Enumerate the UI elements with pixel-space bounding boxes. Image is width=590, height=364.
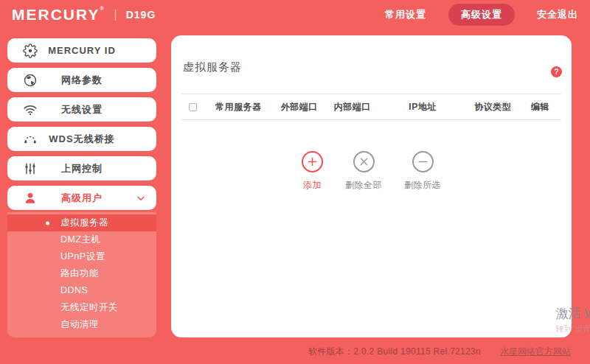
delete-all-button-label: 删除全部 <box>345 179 382 192</box>
logo-divider: | <box>114 8 117 21</box>
submenu-item-auto-cleanup[interactable]: 自动清理 <box>7 316 156 333</box>
column-header-edit: 编辑 <box>519 101 561 113</box>
column-header-ip-address: IP地址 <box>379 101 466 113</box>
firmware-version: 软件版本：2.0.2 Build 190115 Rel.72123n <box>308 346 481 358</box>
model-number: D19G <box>126 9 156 21</box>
submenu-item-label: UPnP设置 <box>60 251 105 262</box>
virtual-server-table: 常用服务器 外部端口 内部端口 IP地址 协议类型 编辑 <box>181 94 561 120</box>
registered-mark: ® <box>100 6 105 11</box>
nav-advanced-settings[interactable]: 高级设置 <box>448 4 515 26</box>
official-site-link[interactable]: 水星网络官方网站 <box>500 346 571 358</box>
top-nav: 常用设置 高级设置 安全退出 <box>385 4 578 26</box>
submenu-item-ddns[interactable]: DDNS <box>7 282 156 299</box>
submenu-item-label: 自动清理 <box>60 319 99 329</box>
sidebar-item-wds-bridge[interactable]: WDS无线桥接 <box>7 127 156 151</box>
submenu-item-label: DDNS <box>60 285 88 295</box>
wifi-icon <box>23 102 38 117</box>
globe-icon <box>23 73 38 88</box>
mercury-logo: MERCURY® <box>12 6 105 24</box>
select-all-cell <box>181 102 204 112</box>
column-header-internal-port: 内部端口 <box>326 101 379 113</box>
submenu-item-wireless-schedule[interactable]: 无线定时开关 <box>7 299 156 316</box>
submenu-item-virtual-server[interactable]: 虚拟服务器 <box>7 214 156 231</box>
bullet-icon <box>46 221 49 225</box>
column-header-service: 常用服务器 <box>204 101 273 113</box>
bridge-icon <box>23 132 38 147</box>
sidebar-item-internet-control[interactable]: 上网控制 <box>7 156 156 181</box>
column-header-protocol: 协议类型 <box>466 101 519 113</box>
sidebar: MERCURY ID 网络参数 无线设置 <box>0 29 164 364</box>
help-icon[interactable]: ? <box>551 66 562 77</box>
submenu-item-routing[interactable]: 路由功能 <box>7 265 156 282</box>
submenu-item-label: 无线定时开关 <box>60 302 118 312</box>
table-header-row: 常用服务器 外部端口 内部端口 IP地址 协议类型 编辑 <box>181 94 561 120</box>
top-bar: MERCURY® | D19G 常用设置 高级设置 安全退出 <box>0 0 590 29</box>
submenu-item-label: 虚拟服务器 <box>60 217 108 228</box>
advanced-users-submenu: 虚拟服务器 DMZ主机 UPnP设置 路由功能 DDNS 无线定时开关 自动清理 <box>7 212 156 337</box>
plus-icon <box>302 151 323 172</box>
user-icon <box>23 191 38 206</box>
sidebar-item-wireless-settings[interactable]: 无线设置 <box>7 97 156 122</box>
sidebar-item-mercury-id[interactable]: MERCURY ID <box>7 38 156 63</box>
page-title: 虚拟服务器 <box>183 60 572 74</box>
delete-selected-button-label: 删除所选 <box>404 179 441 192</box>
nav-common-settings[interactable]: 常用设置 <box>385 8 426 21</box>
sidebar-item-network-params[interactable]: 网络参数 <box>7 68 156 92</box>
minus-icon <box>412 151 434 172</box>
delete-selected-button[interactable]: 删除所选 <box>404 151 441 192</box>
gear-icon <box>23 43 38 58</box>
select-all-checkbox[interactable] <box>189 103 197 111</box>
sliders-icon <box>23 161 38 176</box>
nav-logout[interactable]: 安全退出 <box>537 8 578 21</box>
submenu-item-label: 路由功能 <box>60 268 99 279</box>
main-content-card: 虚拟服务器 ? 常用服务器 外部端口 内部端口 IP地址 协议类型 编辑 添加 … <box>171 35 572 337</box>
column-header-external-port: 外部端口 <box>273 101 326 113</box>
chevron-down-icon <box>136 193 146 203</box>
add-button-label: 添加 <box>303 179 322 192</box>
submenu-item-label: DMZ主机 <box>60 234 101 245</box>
footer-bar: 软件版本：2.0.2 Build 190115 Rel.72123n 水星网络官… <box>0 339 590 364</box>
submenu-item-upnp[interactable]: UPnP设置 <box>7 248 156 265</box>
submenu-item-dmz-host[interactable]: DMZ主机 <box>7 231 156 248</box>
delete-all-button[interactable]: 删除全部 <box>345 151 382 192</box>
sidebar-item-advanced-users[interactable]: 高级用户 <box>7 186 156 210</box>
table-actions: 添加 删除全部 删除所选 <box>171 151 572 192</box>
cross-icon <box>353 151 375 172</box>
add-button[interactable]: 添加 <box>302 151 323 192</box>
